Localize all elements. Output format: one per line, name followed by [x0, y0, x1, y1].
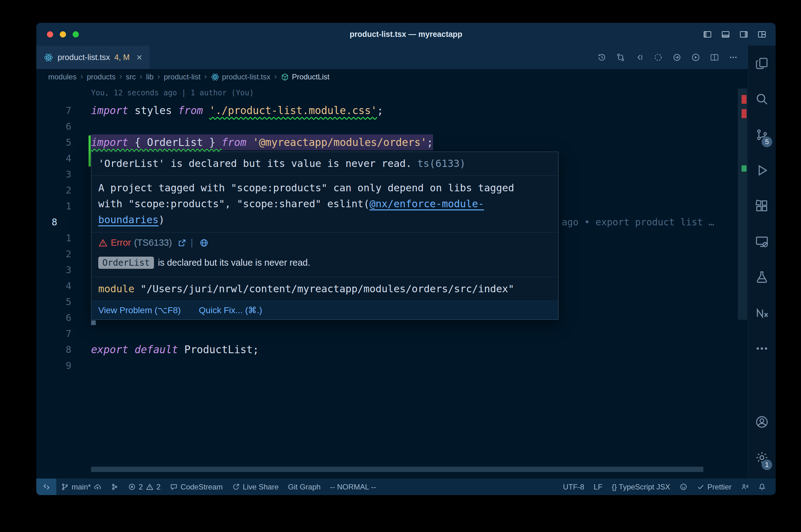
- open-external-icon[interactable]: [177, 238, 187, 248]
- open-changes-icon[interactable]: [672, 53, 681, 62]
- line-number[interactable]: 5: [36, 134, 71, 150]
- status-item-encoding[interactable]: UTF-8: [558, 478, 589, 495]
- line-number[interactable]: 7: [36, 102, 71, 118]
- status-item-vim-mode[interactable]: -- NORMAL --: [325, 478, 381, 495]
- customize-layout-icon[interactable]: [758, 30, 766, 39]
- status-item-feedback-smiley[interactable]: [675, 478, 692, 495]
- error-code: (TS6133): [134, 238, 172, 248]
- tab-product-list[interactable]: product-list.tsx 4, M ×: [36, 46, 149, 69]
- line-number[interactable]: 3: [36, 262, 71, 278]
- window-controls: [47, 31, 79, 38]
- tab-close-button[interactable]: ×: [136, 53, 142, 62]
- line-number[interactable]: 6: [36, 118, 71, 134]
- hover-tooltip: 'OrderList' is declared but its value is…: [91, 152, 559, 320]
- error-description: is declared but its value is never read.: [158, 258, 310, 268]
- toggle-panel-bottom-icon[interactable]: [721, 30, 730, 39]
- sync-status-icon[interactable]: [654, 53, 663, 62]
- vscode-window: product-list.tsx — myreactapp product-li…: [36, 23, 776, 495]
- line-number[interactable]: 8: [36, 342, 71, 358]
- globe-icon[interactable]: [199, 238, 209, 248]
- zoom-window-button[interactable]: [73, 31, 79, 38]
- remote-explorer-icon: [755, 234, 769, 249]
- status-item-tunnel[interactable]: [736, 478, 753, 495]
- line-number[interactable]: 5: [36, 294, 71, 310]
- horizontal-scrollbar[interactable]: [91, 467, 703, 472]
- activity-item-source-control[interactable]: 5: [748, 117, 776, 153]
- status-item-eol[interactable]: LF: [589, 478, 607, 495]
- status-item-problems[interactable]: 22: [123, 478, 165, 495]
- extensions-icon: [755, 199, 769, 213]
- breadcrumb-item-productlist[interactable]: ProductList: [281, 73, 329, 81]
- activity-item-run-debug[interactable]: [748, 153, 776, 188]
- ruler-error-mark: [742, 95, 747, 104]
- line-number[interactable]: 9: [36, 358, 71, 374]
- activity-item-settings[interactable]: 1: [748, 440, 776, 475]
- breadcrumb-item-src[interactable]: src: [126, 73, 136, 81]
- status-item-prettier[interactable]: Prettier: [692, 478, 736, 495]
- ts-error-code: ts(6133): [417, 157, 466, 169]
- breadcrumb-item-products[interactable]: products: [87, 73, 115, 81]
- breadcrumb-item-modules[interactable]: modules: [48, 73, 77, 81]
- line-content[interactable]: import { OrderList } from '@myreactapp/m…: [91, 134, 433, 150]
- hover-ts-message: 'OrderList' is declared but its value is…: [91, 152, 558, 175]
- activity-item-search[interactable]: [748, 81, 776, 117]
- status-text: Live Share: [243, 482, 279, 491]
- line-content[interactable]: import styles from './product-list.modul…: [91, 102, 383, 118]
- prev-change-icon[interactable]: [635, 53, 644, 62]
- toggle-panel-right-icon[interactable]: [739, 30, 748, 39]
- line-number[interactable]: 6: [36, 310, 71, 326]
- breadcrumb-item-product-list[interactable]: product-list: [164, 73, 200, 81]
- line-number[interactable]: 7: [36, 326, 71, 342]
- more-actions-icon[interactable]: [729, 53, 738, 62]
- hover-resize-handle[interactable]: [91, 320, 96, 325]
- code-editor[interactable]: You, 12 seconds ago | 1 author (You) 7im…: [36, 85, 748, 478]
- split-editor-icon[interactable]: [710, 53, 719, 62]
- smiley-icon: [679, 483, 688, 491]
- line-number[interactable]: 2: [36, 182, 71, 198]
- status-item-language-mode[interactable]: {} TypeScript JSX: [607, 478, 675, 495]
- status-item-git-branch[interactable]: main*: [56, 478, 106, 495]
- activity-item-accounts[interactable]: [748, 404, 776, 440]
- breadcrumb-item-product-list-tsx[interactable]: product-list.tsx: [211, 73, 271, 81]
- code-line: 7import styles from './product-list.modu…: [36, 102, 748, 118]
- activity-item-remote-explorer[interactable]: [748, 224, 776, 260]
- line-content[interactable]: export default ProductList;: [91, 342, 259, 358]
- status-item-live-share[interactable]: Live Share: [227, 478, 284, 495]
- tab-status-badge: 4, M: [114, 53, 130, 62]
- status-item-codestream[interactable]: CodeStream: [165, 478, 227, 495]
- activity-item-extensions[interactable]: [748, 188, 776, 224]
- breadcrumb-separator-icon: ›: [80, 72, 83, 81]
- breadcrumb-separator-icon: ›: [140, 72, 142, 81]
- title-bar: product-list.tsx — myreactapp: [36, 23, 776, 46]
- git-compare-icon[interactable]: [616, 53, 625, 62]
- activity-item-explorer[interactable]: [748, 46, 776, 81]
- history-icon[interactable]: [597, 53, 606, 62]
- status-item-git-graph[interactable]: Git Graph: [284, 478, 325, 495]
- run-icon[interactable]: [691, 53, 700, 62]
- quick-fix-action[interactable]: Quick Fix... (⌘.): [199, 305, 262, 316]
- activity-item-more-views[interactable]: [748, 331, 776, 366]
- vertical-scrollbar[interactable]: [738, 89, 747, 320]
- status-item-notifications[interactable]: [753, 478, 771, 495]
- line-number[interactable]: 1: [36, 230, 71, 246]
- tab-label: product-list.tsx: [58, 53, 110, 62]
- line-number[interactable]: 8: [52, 214, 57, 230]
- ruler-modified-mark: [742, 165, 747, 172]
- status-item-repo-graph[interactable]: [106, 478, 123, 495]
- breadcrumb-item-lib[interactable]: lib: [146, 73, 153, 81]
- activity-item-testing[interactable]: [748, 260, 776, 295]
- activity-item-nx-console[interactable]: [748, 295, 776, 331]
- line-number[interactable]: 4: [36, 278, 71, 294]
- separator: |: [190, 238, 193, 248]
- close-window-button[interactable]: [47, 31, 53, 38]
- ts-message-text: 'OrderList' is declared but its value is…: [98, 157, 412, 169]
- line-number[interactable]: 1: [36, 198, 71, 214]
- line-number[interactable]: 3: [36, 166, 71, 182]
- minimize-window-button[interactable]: [60, 31, 66, 38]
- line-number[interactable]: 2: [36, 246, 71, 262]
- line-number[interactable]: 4: [36, 150, 71, 166]
- status-item-remote-indicator[interactable]: [36, 478, 56, 495]
- toggle-panel-left-icon[interactable]: [703, 30, 712, 39]
- status-bar: main*22CodeStreamLive ShareGit Graph-- N…: [36, 478, 776, 495]
- view-problem-action[interactable]: View Problem (⌥F8): [98, 305, 181, 316]
